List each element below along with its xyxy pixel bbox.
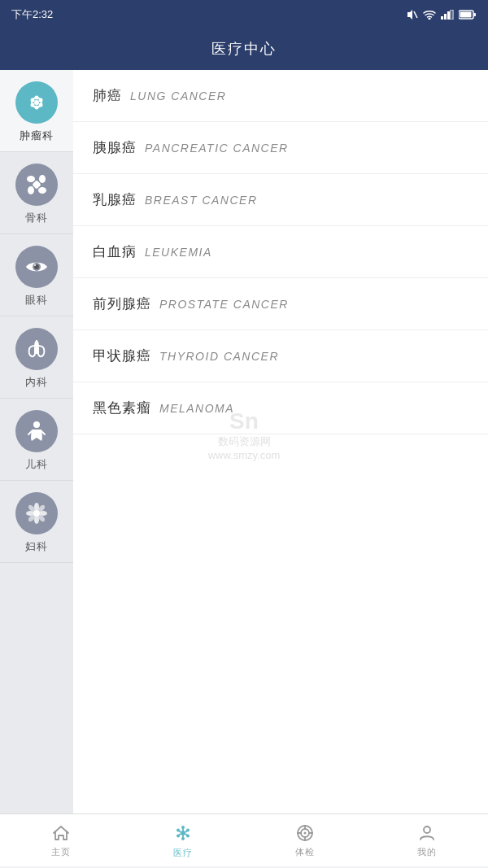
mute-icon <box>407 9 418 20</box>
condition-item-pancreatic-cancer[interactable]: 胰腺癌 PANCREATIC CANCER <box>73 122 488 174</box>
sidebar-item-internal[interactable]: 内科 <box>0 316 73 399</box>
tumor-icon <box>24 89 50 116</box>
profile-icon <box>417 823 437 843</box>
condition-item-leukemia[interactable]: 白血病 LEUKEMIA <box>73 226 488 278</box>
child-icon <box>24 418 50 444</box>
nav-item-checkup[interactable]: 体检 <box>244 823 366 858</box>
condition-item-thyroid-cancer[interactable]: 甲状腺癌 THYROID CANCER <box>73 330 488 382</box>
condition-item-lung-cancer[interactable]: 肺癌 LUNG CANCER <box>73 70 488 122</box>
condition-list: 肺癌 LUNG CANCER 胰腺癌 PANCREATIC CANCER 乳腺癌… <box>73 70 488 813</box>
app-header: 医疗中心 <box>0 29 488 70</box>
nav-label-profile: 我的 <box>417 846 437 858</box>
svg-point-12 <box>39 103 43 107</box>
sidebar-item-ophthalmology[interactable]: 眼科 <box>0 234 73 316</box>
svg-point-10 <box>35 96 39 100</box>
condition-chinese-6: 甲状腺癌 <box>93 347 151 365</box>
svg-point-17 <box>27 176 35 182</box>
oncology-icon-bg <box>15 81 58 124</box>
condition-english-3: BREAST CANCER <box>145 194 258 207</box>
flower-icon <box>24 500 50 526</box>
sidebar-item-oncology[interactable]: 肿瘤科 <box>0 70 73 152</box>
svg-point-18 <box>38 187 46 194</box>
svg-point-14 <box>31 103 35 107</box>
sidebar-label-oncology: 肿瘤科 <box>20 129 54 143</box>
svg-rect-5 <box>451 10 453 20</box>
svg-point-26 <box>33 421 40 428</box>
svg-point-15 <box>31 98 35 103</box>
svg-rect-8 <box>474 13 477 16</box>
svg-point-24 <box>34 264 36 266</box>
nav-item-profile[interactable]: 我的 <box>366 823 488 858</box>
main-content: 肿瘤科 骨科 <box>0 70 488 813</box>
gynecology-icon-bg <box>15 492 58 534</box>
condition-english-4: LEUKEMIA <box>145 246 212 259</box>
svg-point-1 <box>429 18 430 20</box>
pediatrics-icon-bg <box>15 410 58 452</box>
svg-point-56 <box>424 827 430 833</box>
svg-line-0 <box>414 11 417 18</box>
wifi-icon <box>423 10 436 20</box>
medical-icon <box>172 822 194 844</box>
condition-chinese-4: 白血病 <box>93 242 137 261</box>
bottom-nav: 主页 医疗 <box>0 813 488 866</box>
condition-english-6: THYROID CANCER <box>159 350 279 363</box>
status-icons <box>407 9 477 20</box>
ophthalmology-icon-bg <box>15 246 58 288</box>
svg-point-20 <box>28 186 34 194</box>
condition-english-5: PROSTATE CANCER <box>159 298 289 311</box>
condition-item-melanoma[interactable]: 黑色素瘤 MELANOMA <box>73 382 488 434</box>
condition-chinese-3: 乳腺癌 <box>93 190 137 209</box>
condition-item-prostate-cancer[interactable]: 前列腺癌 PROSTATE CANCER <box>73 278 488 330</box>
status-time: 下午2:32 <box>11 7 53 22</box>
checkup-icon <box>295 823 315 843</box>
svg-point-51 <box>304 831 307 834</box>
condition-chinese-2: 胰腺癌 <box>93 138 137 157</box>
svg-point-11 <box>39 98 43 103</box>
svg-rect-7 <box>460 12 472 18</box>
status-bar: 下午2:32 <box>0 0 488 29</box>
condition-chinese-5: 前列腺癌 <box>93 294 151 313</box>
orthopedics-icon-bg <box>15 164 58 206</box>
nav-label-checkup: 体检 <box>295 846 315 858</box>
sidebar-label-internal: 内科 <box>25 375 48 390</box>
sidebar-label-ophthalmology: 眼科 <box>25 293 48 308</box>
svg-point-19 <box>39 175 46 183</box>
nav-item-home[interactable]: 主页 <box>0 823 122 858</box>
battery-icon <box>459 10 477 20</box>
nav-item-medical[interactable]: 医疗 <box>122 822 244 859</box>
svg-rect-4 <box>447 11 450 20</box>
condition-english-7: MELANOMA <box>159 402 234 415</box>
internal-icon-bg <box>15 328 58 370</box>
svg-rect-2 <box>441 16 443 20</box>
home-icon <box>51 823 71 843</box>
eye-icon <box>23 253 50 281</box>
sidebar: 肿瘤科 骨科 <box>0 70 73 813</box>
sidebar-label-gynecology: 妇科 <box>25 539 48 554</box>
lung-icon <box>24 336 50 362</box>
svg-point-36 <box>181 831 185 835</box>
sidebar-item-orthopedics[interactable]: 骨科 <box>0 152 73 234</box>
svg-point-13 <box>35 106 39 110</box>
header-title: 医疗中心 <box>211 41 277 57</box>
condition-english-1: LUNG CANCER <box>130 89 226 103</box>
sidebar-item-gynecology[interactable]: 妇科 <box>0 481 73 563</box>
bone-icon <box>24 172 49 197</box>
condition-chinese-1: 肺癌 <box>93 86 122 105</box>
svg-point-16 <box>34 100 39 105</box>
nav-label-home: 主页 <box>51 846 71 858</box>
sidebar-item-pediatrics[interactable]: 儿科 <box>0 399 73 481</box>
sidebar-label-orthopedics: 骨科 <box>25 211 48 225</box>
condition-chinese-7: 黑色素瘤 <box>93 399 151 417</box>
svg-rect-3 <box>444 14 447 20</box>
nav-label-medical: 医疗 <box>173 847 193 859</box>
condition-english-2: PANCREATIC CANCER <box>145 142 289 155</box>
sidebar-label-pediatrics: 儿科 <box>25 457 48 472</box>
condition-item-breast-cancer[interactable]: 乳腺癌 BREAST CANCER <box>73 174 488 226</box>
signal-icon <box>441 10 454 20</box>
